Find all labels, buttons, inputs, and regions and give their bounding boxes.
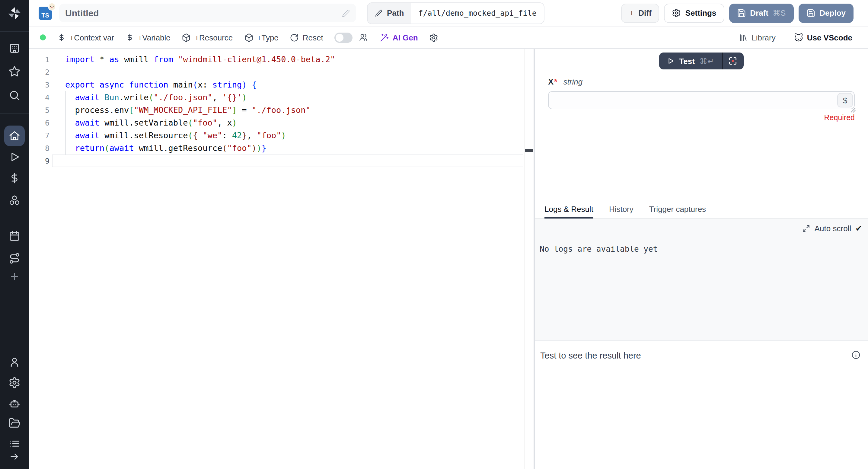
sidebar-audit-list-icon[interactable] [8,438,21,450]
code-line-text: process.env["WM_MOCKED_API_FILE"] = "./f… [65,104,311,117]
resize-handle[interactable] [850,107,856,113]
sidebar-item-variables-dollar-icon[interactable] [8,172,21,184]
script-title: Untitled [65,8,99,18]
status-dot [40,34,46,40]
code-editor[interactable]: 1import * as wmill from "windmill-client… [29,49,534,469]
code-lines: 1import * as wmill from "windmill-client… [29,53,534,167]
code-line-text: await wmill.setResource({ "we": 42}, "fo… [65,129,286,142]
editor-toolbar: +Context var +Variable +Resource [29,27,868,49]
arguments-section: X * string $ Required [535,77,868,122]
line-number: 6 [29,117,65,129]
line-number: 8 [29,142,65,155]
path-label[interactable]: Path [368,3,411,23]
bun-runtime-icon [48,2,56,10]
overview-ruler-cursor [525,149,533,152]
run-panel-top: Test ⌘↵ [535,49,868,203]
sidebar-item-resources-boxes-icon[interactable] [8,194,21,207]
save-icon [806,8,815,18]
code-line-text: return(await wmill.getResource("foo"))} [65,142,267,155]
result-placeholder: Test to see the result here [540,351,641,361]
gear-icon [672,8,681,18]
sidebar-item-home[interactable] [4,126,25,146]
line-number: 3 [29,79,65,91]
expand-icon [803,224,810,232]
test-shortcut: ⌘↵ [700,57,714,65]
ai-gen-button[interactable]: AI Gen [380,33,418,42]
sidebar-settings-gear-icon[interactable] [8,377,21,389]
sidebar-workers-bot-icon[interactable] [8,397,21,409]
code-line-5[interactable]: 5 process.env["WM_MOCKED_API_FILE"] = ".… [29,104,534,117]
cat-icon [794,33,803,42]
test-button-group: Test ⌘↵ [659,53,743,69]
sidebar-add-plus-icon[interactable] [9,271,20,282]
code-line-1[interactable]: 1import * as wmill from "windmill-client… [29,53,534,66]
sidebar-item-schedules-calendar-icon[interactable] [8,230,21,242]
script-title-box[interactable]: Untitled [59,4,356,22]
code-line-3[interactable]: 3export async function main(x: string) { [29,79,534,91]
plus-minus-icon: ± [629,8,634,18]
windmill-app: TS Untitled [0,0,868,469]
path-group[interactable]: Path f/all/demo_mocked_api_file [367,2,545,24]
library-button[interactable]: Library [739,33,776,42]
sidebar-folders-icon[interactable] [8,417,21,429]
argument-label: X * string [548,77,855,86]
auto-scroll-toggle[interactable]: Auto scroll ✔ [803,224,862,233]
draft-button[interactable]: Draft ⌘S [729,3,794,23]
main-column: TS Untitled [29,0,868,469]
path-value: f/all/demo_mocked_api_file [411,3,544,23]
sidebar-item-runs-play-icon[interactable] [8,151,21,163]
sidebar-collapse-arrow-icon[interactable] [9,451,20,462]
tab-logs-result[interactable]: Logs & Result [545,205,593,219]
code-line-6[interactable]: 6 await wmill.setVariable("foo", x) [29,117,534,129]
test-button[interactable]: Test ⌘↵ [659,53,722,69]
check-icon: ✔ [855,224,862,233]
package-icon [182,33,191,42]
add-resource-button[interactable]: +Resource [182,33,233,42]
save-icon [737,8,746,18]
windmill-logo[interactable] [7,5,22,21]
sidebar-divider [0,31,29,32]
content: 1import * as wmill from "windmill-client… [29,49,868,469]
diff-button[interactable]: ± Diff [621,3,659,23]
result-tabs: Logs & ResultHistoryTrigger captures [535,203,868,219]
sidebar-item-routes-icon[interactable] [8,252,21,264]
magic-wand-icon [380,33,389,42]
code-line-7[interactable]: 7 await wmill.setResource({ "we": 42}, "… [29,129,534,142]
dollar-icon [126,33,134,42]
editor-settings-gear-icon[interactable] [430,33,438,42]
workspace-icon[interactable] [8,42,21,54]
info-icon[interactable] [851,350,861,360]
code-line-text: export async function main(x: string) { [65,79,256,91]
code-line-2[interactable]: 2 [29,66,534,79]
add-type-button[interactable]: +Type [244,33,279,42]
collab-toggle-group [335,32,369,42]
users-icon [359,33,369,42]
edit-path-pencil-icon [375,9,383,17]
settings-button[interactable]: Settings [664,3,724,23]
use-vscode-button[interactable]: Use VScode [794,33,852,42]
required-star: * [554,77,557,86]
edit-title-pencil-icon[interactable] [342,9,350,17]
code-line-8[interactable]: 8 return(await wmill.getResource("foo"))… [29,142,534,155]
collab-toggle[interactable] [335,32,353,42]
insert-variable-dollar-button[interactable]: $ [837,93,853,107]
add-variable-button[interactable]: +Variable [126,33,170,42]
overview-ruler[interactable] [524,49,534,469]
code-line-text: await wmill.setVariable("foo", x) [65,117,237,129]
current-line-highlight [52,155,523,167]
package-icon [244,33,253,42]
deploy-button[interactable]: Deploy [798,3,854,23]
search-icon[interactable] [8,89,21,101]
add-context-var-button[interactable]: +Context var [57,33,114,42]
line-number: 2 [29,66,65,79]
sidebar-user-icon[interactable] [8,356,21,368]
tab-history[interactable]: History [609,205,633,219]
argument-input[interactable] [548,91,855,109]
reset-button[interactable]: Reset [290,33,323,42]
code-line-4[interactable]: 4 await Bun.write("./foo.json", '{}') [29,91,534,104]
log-area: Auto scroll ✔ No logs are available yet [535,219,868,341]
favorites-star-icon[interactable] [8,65,21,77]
capture-button[interactable] [722,53,744,69]
toolbar-right: Library Use VScode [739,33,852,42]
tab-trigger-captures[interactable]: Trigger captures [649,205,706,219]
